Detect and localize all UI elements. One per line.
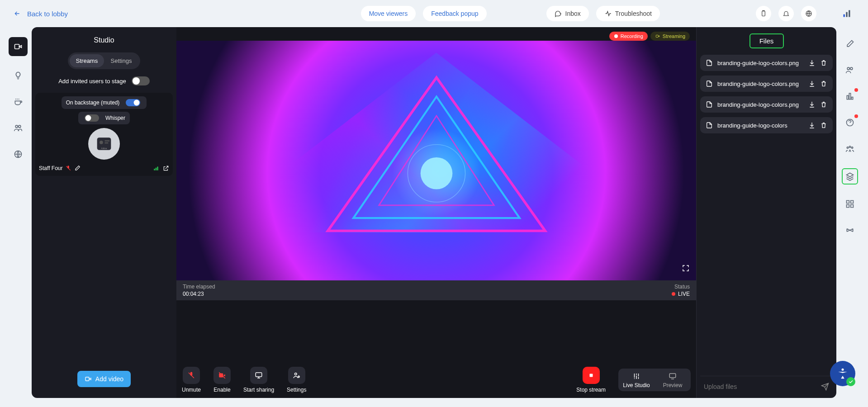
whisper-toggle[interactable] bbox=[85, 114, 99, 122]
settings-button[interactable] bbox=[288, 367, 305, 384]
svg-rect-44 bbox=[851, 201, 854, 204]
svg-rect-2 bbox=[844, 14, 845, 17]
troubleshoot-button[interactable]: Troubleshoot bbox=[596, 6, 660, 21]
fab-check-badge bbox=[846, 377, 855, 386]
svg-rect-4 bbox=[849, 10, 850, 17]
nav-files[interactable] bbox=[842, 168, 858, 185]
app-logo-button[interactable] bbox=[839, 6, 854, 21]
participant-card: On backstage (muted) Whisper Airline bbox=[35, 93, 173, 176]
file-icon bbox=[706, 59, 713, 66]
stop-icon bbox=[588, 372, 594, 379]
svg-point-40 bbox=[847, 147, 848, 148]
download-icon[interactable] bbox=[808, 80, 816, 87]
svg-point-19 bbox=[614, 34, 618, 38]
nav-offers[interactable] bbox=[843, 223, 857, 237]
trash-icon[interactable] bbox=[820, 101, 827, 108]
send-icon[interactable] bbox=[821, 383, 829, 391]
svg-rect-46 bbox=[851, 205, 854, 208]
accessibility-fab[interactable] bbox=[830, 361, 855, 386]
svg-rect-15 bbox=[154, 169, 155, 170]
add-video-button[interactable]: Add video bbox=[77, 371, 131, 387]
stop-stream-button[interactable] bbox=[583, 367, 600, 384]
nav-layout[interactable] bbox=[843, 197, 857, 211]
download-icon[interactable] bbox=[808, 101, 816, 108]
globe-icon bbox=[14, 150, 23, 159]
tab-streams[interactable]: Streams bbox=[70, 54, 104, 67]
start-sharing-button[interactable] bbox=[250, 367, 267, 384]
screen-share-icon bbox=[255, 371, 263, 379]
monitor-icon bbox=[669, 372, 677, 380]
svg-rect-29 bbox=[256, 373, 262, 377]
sidebar-right bbox=[836, 27, 863, 398]
preview-tab[interactable]: Preview bbox=[655, 370, 691, 388]
clipboard-icon bbox=[760, 10, 767, 17]
sidebar-left bbox=[5, 27, 32, 398]
enable-label: Enable bbox=[213, 387, 230, 393]
move-viewers-button[interactable]: Move viewers bbox=[361, 6, 416, 21]
ticket-icon bbox=[845, 226, 854, 235]
add-invited-toggle[interactable] bbox=[132, 76, 150, 85]
trash-icon[interactable] bbox=[820, 122, 827, 129]
time-elapsed-value: 00:04:23 bbox=[183, 291, 215, 297]
main-row: Studio Streams Settings Add invited user… bbox=[0, 27, 868, 402]
fullscreen-button[interactable] bbox=[682, 264, 690, 274]
trash-icon[interactable] bbox=[820, 59, 827, 66]
svg-rect-11 bbox=[105, 140, 110, 141]
nav-studio[interactable] bbox=[9, 37, 28, 56]
file-row: branding-guide-logo-colors.png bbox=[700, 96, 833, 113]
svg-rect-37 bbox=[849, 93, 850, 99]
clipboard-button[interactable] bbox=[756, 6, 771, 21]
feedback-popup-button[interactable]: Feedback popup bbox=[423, 6, 486, 21]
file-name: branding-guide-logo-colors.png bbox=[717, 101, 799, 108]
control-dock: Unmute Enable Start sharing Settings bbox=[176, 362, 696, 398]
inbox-button[interactable]: Inbox bbox=[546, 6, 589, 21]
status-label: Status bbox=[674, 284, 690, 290]
download-icon[interactable] bbox=[808, 122, 816, 129]
video-area[interactable] bbox=[176, 41, 696, 280]
download-icon[interactable] bbox=[808, 59, 816, 66]
nav-globe[interactable] bbox=[11, 147, 25, 161]
team-icon bbox=[845, 144, 854, 153]
nav-polls[interactable] bbox=[843, 90, 857, 103]
nav-ideas[interactable] bbox=[11, 69, 25, 82]
globe-icon bbox=[805, 10, 812, 17]
nav-lounge[interactable] bbox=[11, 95, 25, 109]
center-stage: Recording Streaming Time elapsed bbox=[176, 27, 696, 398]
svg-point-42 bbox=[851, 147, 853, 148]
svg-rect-32 bbox=[589, 374, 593, 377]
backstage-toggle[interactable] bbox=[126, 99, 140, 106]
back-to-lobby-link[interactable]: Back to lobby bbox=[14, 10, 68, 18]
notifications-button[interactable] bbox=[778, 6, 794, 21]
trash-icon[interactable] bbox=[820, 80, 827, 87]
file-name: branding-guide-logo-colors bbox=[717, 122, 787, 129]
svg-rect-0 bbox=[762, 11, 765, 16]
live-studio-tab[interactable]: Live Studio bbox=[618, 370, 655, 388]
language-button[interactable] bbox=[801, 6, 816, 21]
grid-icon bbox=[845, 199, 854, 208]
nav-groups[interactable] bbox=[843, 142, 857, 156]
video-icon bbox=[14, 42, 23, 51]
status-value: LIVE bbox=[672, 291, 690, 297]
unmute-button[interactable] bbox=[183, 367, 200, 384]
people-settings-icon bbox=[293, 371, 301, 379]
studio-tabs: Streams Settings bbox=[68, 52, 140, 69]
svg-rect-45 bbox=[847, 205, 849, 208]
external-link-icon[interactable] bbox=[163, 165, 169, 171]
svg-rect-33 bbox=[669, 374, 676, 378]
svg-rect-38 bbox=[851, 97, 853, 99]
tab-settings[interactable]: Settings bbox=[104, 54, 138, 67]
studio-title: Studio bbox=[32, 36, 176, 44]
enable-button[interactable] bbox=[213, 367, 231, 384]
nav-edit[interactable] bbox=[843, 37, 857, 51]
upload-input[interactable] bbox=[704, 383, 816, 390]
upload-bar bbox=[700, 376, 833, 392]
heart-pulse-icon bbox=[604, 10, 612, 17]
nav-attendees[interactable] bbox=[843, 63, 857, 77]
edit-icon[interactable] bbox=[74, 165, 81, 171]
nav-people[interactable] bbox=[11, 121, 25, 135]
svg-point-31 bbox=[298, 376, 299, 378]
svg-point-6 bbox=[15, 125, 18, 128]
back-link-label: Back to lobby bbox=[27, 10, 68, 18]
bar-chart-icon bbox=[845, 92, 854, 101]
nav-questions[interactable] bbox=[843, 116, 857, 129]
